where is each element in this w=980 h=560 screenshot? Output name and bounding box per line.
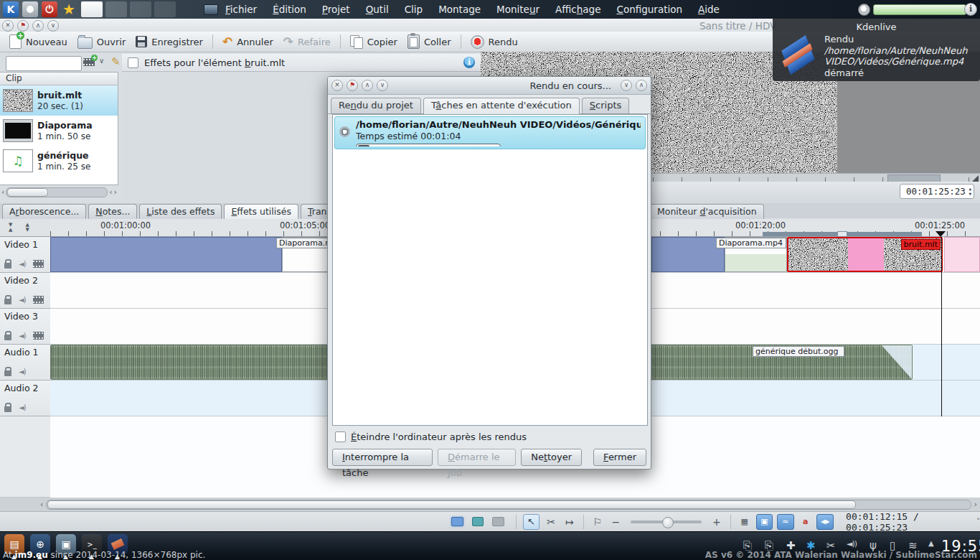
lock-icon[interactable] (4, 299, 11, 304)
snap-toggle[interactable]: ◀▶ (816, 514, 834, 530)
tab-taches-attente[interactable]: Tâches en attente d'exécution (423, 98, 580, 114)
track-header-audio2[interactable]: Audio 2 ◄) (0, 381, 50, 416)
timeline-hscrollbar[interactable]: ‹ › (0, 498, 980, 511)
clip-type-av-icon[interactable] (451, 517, 463, 526)
clip-diaporama-part1[interactable] (50, 237, 282, 272)
tab-effets-utilises[interactable]: Effets utilisés (224, 204, 298, 219)
collapse-tracks-icon[interactable]: ▼▲ (9, 223, 12, 233)
tab-liste-effets[interactable]: Liste des effets (139, 204, 222, 219)
zoom-out-icon[interactable]: − (608, 515, 623, 529)
search-input[interactable] (6, 56, 82, 71)
hide-video-icon[interactable] (33, 260, 44, 268)
timeline-zone-handle[interactable] (837, 231, 847, 237)
lock-icon[interactable] (4, 263, 11, 269)
clip-type-audio-icon[interactable] (492, 517, 504, 526)
lock-icon[interactable] (4, 406, 11, 412)
tree-item-bruit[interactable]: bruit.mlt20 sec. (1) (0, 85, 118, 116)
redo-button[interactable]: ↷Refaire (283, 36, 331, 48)
clip-bruit-selected[interactable]: bruit.mlt (787, 237, 943, 272)
chevron-up-icon[interactable]: ∧ (32, 20, 44, 32)
mute-icon[interactable]: ◄) (19, 296, 26, 304)
chevron-down-icon[interactable]: ∨ (377, 80, 388, 91)
menu-outil[interactable]: Outil (366, 0, 389, 19)
menu-moniteur[interactable]: Moniteur (496, 0, 540, 19)
clip-diaporama-part3[interactable] (651, 237, 725, 272)
pin-icon[interactable]: ⚑ (17, 20, 29, 32)
menu-aide[interactable]: Aide (698, 0, 720, 19)
scrollbar-handle[interactable] (47, 500, 856, 509)
render-jobs-list[interactable]: /home/florian/Autre/NeuhNeuh VIDEO/Vidéo… (332, 114, 648, 426)
menu-clip[interactable]: Clip (405, 0, 423, 19)
close-button[interactable]: Fermer (593, 449, 646, 466)
expand-tracks-icon[interactable]: ▲▼ (25, 223, 29, 233)
menu-edition[interactable]: Édition (273, 0, 306, 19)
playhead-marker-icon[interactable] (936, 231, 946, 237)
new-button[interactable]: +Nouveau (9, 34, 67, 49)
open-button[interactable]: Ouvrir (77, 34, 126, 49)
menu-projet[interactable]: Projet (322, 0, 350, 19)
tray-volume-icon[interactable]: ◄)) (847, 539, 857, 549)
shade-down-icon[interactable]: ∨ (621, 80, 632, 91)
monitor-timecode-spinbox[interactable]: 00:01:25:23 ▲▼ (900, 184, 974, 199)
track-header-video1[interactable]: Video 1 ◄) (0, 237, 50, 273)
scrollbar-track[interactable] (6, 187, 108, 197)
select-tool-button[interactable]: ↖ (523, 514, 540, 530)
tab-rendu-projet[interactable]: Rendu du projet (331, 98, 421, 113)
start-job-button[interactable]: Démarre le Job (438, 449, 516, 466)
lock-screen-icon[interactable] (22, 1, 38, 17)
menu-montage[interactable]: Montage (438, 0, 481, 19)
tab-moniteur-acquisition[interactable]: Moniteur d'acquisition (650, 204, 764, 219)
tree-column-header[interactable]: Clip (0, 73, 118, 85)
track-header-video2[interactable]: Video 2 ◄) (0, 273, 50, 309)
render-button[interactable]: Rendu (471, 35, 518, 49)
tab-notes[interactable]: Notes... (88, 204, 137, 219)
chevron-up-icon[interactable]: ∧ (362, 80, 373, 91)
clip-type-video-icon[interactable] (472, 517, 484, 526)
kde-menu-icon[interactable]: K (3, 1, 19, 17)
effects-enable-checkbox[interactable] (128, 57, 138, 68)
scroll-left-icon[interactable]: ‹ (40, 500, 43, 509)
shade-up-icon[interactable]: ∧ (636, 80, 647, 91)
scroll-left-icon[interactable]: ‹ (109, 188, 112, 197)
tree-item-generique[interactable]: ♫ générique1 min. 25 se (0, 146, 118, 176)
window-thumbnail[interactable] (105, 1, 127, 17)
clip-pink-next[interactable] (944, 237, 980, 272)
render-job-item[interactable]: /home/florian/Autre/NeuhNeuh VIDEO/Vidéo… (334, 116, 646, 149)
mute-icon[interactable]: ◄) (19, 368, 26, 375)
clean-up-button[interactable]: Nettoyer (521, 449, 582, 466)
tray-expand-icon[interactable]: ▲ (928, 539, 934, 547)
menu-affichage[interactable]: Affichage (555, 0, 600, 19)
track-header-video3[interactable]: Video 3 ◄) (0, 309, 50, 345)
window-thumbnail[interactable] (130, 1, 151, 17)
dialog-titlebar[interactable]: ✕ ⚑ ∧ ∨ Rendu en cours... ∨ ∧ (328, 77, 651, 95)
tab-scripts[interactable]: Scripts (582, 98, 630, 113)
scroll-left-icon[interactable]: ‹ (1, 188, 4, 197)
tab-arborescence[interactable]: Arborescence... (2, 204, 86, 219)
mute-icon[interactable]: ◄) (19, 260, 26, 268)
scrollbar-track[interactable] (46, 500, 971, 510)
undo-button[interactable]: ↶Annuler (222, 36, 273, 48)
zoom-in-icon[interactable]: + (710, 515, 724, 529)
marker-comments-toggle[interactable]: a (798, 515, 813, 529)
hide-video-icon[interactable] (33, 332, 44, 340)
scroll-right-icon[interactable]: › (114, 188, 117, 197)
info-icon[interactable]: i (463, 57, 475, 68)
save-button[interactable]: Enregistrer (136, 36, 203, 47)
shutdown-after-render-checkbox[interactable] (335, 431, 346, 442)
menu-fichier[interactable]: Fichier (225, 0, 257, 19)
edit-clip-icon[interactable]: ✎ (111, 55, 121, 68)
track-header-audio1[interactable]: Audio 1 ◄) (0, 345, 50, 381)
copy-button[interactable]: Copier (350, 35, 397, 48)
tree-item-diaporama[interactable]: Diaporama1 min. 50 se (0, 116, 118, 146)
scroll-right-icon[interactable]: › (974, 500, 977, 509)
mute-icon[interactable]: ◄) (19, 332, 26, 340)
lock-icon[interactable] (4, 370, 11, 376)
zoom-slider-handle[interactable] (662, 517, 674, 528)
spacer-tool-button[interactable]: ↦ (562, 515, 577, 529)
spin-down-icon[interactable]: ▼ (969, 191, 971, 196)
resize-grip-icon[interactable] (972, 175, 979, 182)
window-thumbnail[interactable] (81, 1, 103, 17)
render-notification-popup[interactable]: Kdenlive Rendu /home/florian/Autre/NeuhN… (773, 19, 980, 81)
mute-icon[interactable]: ◄) (19, 403, 26, 411)
pin-icon[interactable]: ⚑ (347, 80, 358, 91)
